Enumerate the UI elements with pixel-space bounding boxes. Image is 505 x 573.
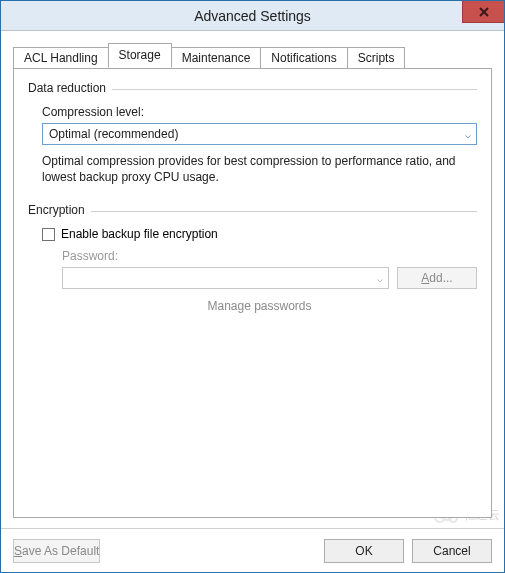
close-icon <box>479 7 489 17</box>
dialog-footer: Save As Default OK Cancel <box>1 528 504 572</box>
ok-button[interactable]: OK <box>324 539 404 563</box>
cancel-button[interactable]: Cancel <box>412 539 492 563</box>
compression-level-dropdown[interactable]: Optimal (recommended) ⌵ <box>42 123 477 145</box>
enable-encryption-row[interactable]: Enable backup file encryption <box>42 227 477 241</box>
password-dropdown: ⌵ <box>62 267 389 289</box>
tab-acl-handling[interactable]: ACL Handling <box>13 47 109 69</box>
enable-encryption-label: Enable backup file encryption <box>61 227 218 241</box>
chevron-down-icon: ⌵ <box>465 129 471 140</box>
encryption-group: Encryption Enable backup file encryption… <box>28 203 477 313</box>
divider <box>112 89 477 90</box>
data-reduction-group: Data reduction Compression level: Optima… <box>28 81 477 185</box>
encryption-title: Encryption <box>28 203 85 217</box>
data-reduction-title: Data reduction <box>28 81 106 95</box>
tab-notifications[interactable]: Notifications <box>260 47 347 69</box>
window-title: Advanced Settings <box>194 8 311 24</box>
manage-passwords-link: Manage passwords <box>42 299 477 313</box>
chevron-down-icon: ⌵ <box>377 273 383 284</box>
storage-panel: Data reduction Compression level: Optima… <box>13 68 492 518</box>
compression-hint: Optimal compression provides for best co… <box>42 153 477 185</box>
password-label: Password: <box>62 249 477 263</box>
compression-level-value: Optimal (recommended) <box>49 127 178 141</box>
tab-scripts[interactable]: Scripts <box>347 47 406 69</box>
tab-maintenance[interactable]: Maintenance <box>171 47 262 69</box>
save-as-default-button: Save As Default <box>13 539 100 563</box>
add-password-button: Add... <box>397 267 477 289</box>
tab-storage[interactable]: Storage <box>108 43 172 68</box>
close-button[interactable] <box>462 1 504 23</box>
divider <box>91 211 477 212</box>
advanced-settings-window: Advanced Settings ACL Handling Storage M… <box>0 0 505 573</box>
compression-label: Compression level: <box>42 105 477 119</box>
enable-encryption-checkbox[interactable] <box>42 228 55 241</box>
tab-strip: ACL Handling Storage Maintenance Notific… <box>1 31 504 68</box>
titlebar: Advanced Settings <box>1 1 504 31</box>
